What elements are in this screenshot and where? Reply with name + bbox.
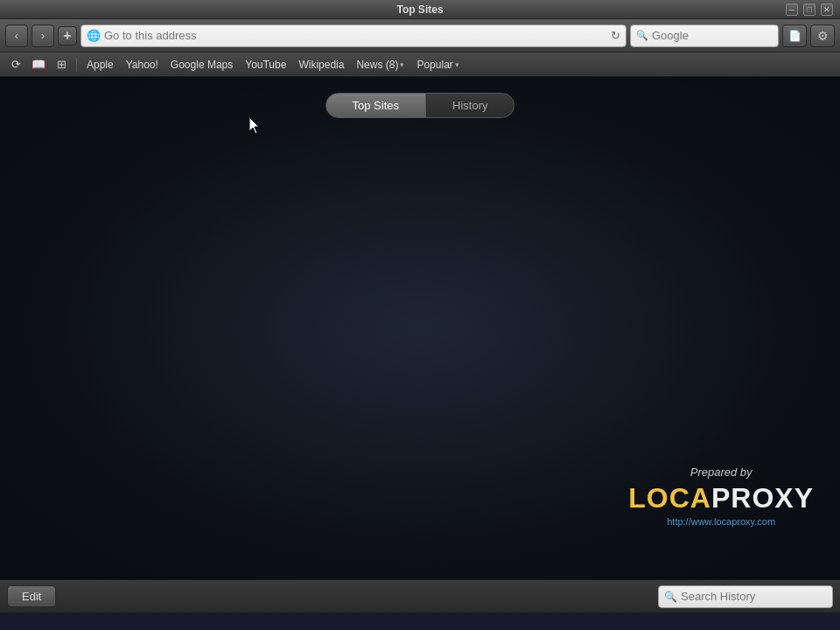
bookmark-wikipedia[interactable]: Wikipedia xyxy=(293,57,349,73)
search-icon: 🔍 xyxy=(636,30,648,41)
history-icon-button[interactable]: ⟳ xyxy=(5,55,26,74)
bookmark-separator xyxy=(76,58,77,72)
watermark-proxy: PROXY xyxy=(711,482,814,514)
tab-switcher: Top Sites History xyxy=(326,93,515,118)
popular-dropdown-arrow: ▾ xyxy=(455,60,459,69)
search-history-icon: 🔍 xyxy=(664,591,677,603)
bookmark-popular-label: Popular xyxy=(416,59,452,71)
top-sites-grid-button[interactable]: ⊞ xyxy=(51,55,72,74)
search-history-bar[interactable]: 🔍 xyxy=(658,585,833,608)
bookmark-news-label: News (8) xyxy=(356,59,398,71)
bookmark-popular[interactable]: Popular ▾ xyxy=(411,57,464,73)
search-input[interactable] xyxy=(652,29,799,42)
watermark-url: http://www.locaproxy.com xyxy=(628,516,814,527)
watermark-logo: LOCAPROXY xyxy=(628,482,814,514)
bookmark-youtube[interactable]: YouTube xyxy=(240,57,291,73)
bookmarks-bar: ⟳ 📖 ⊞ Apple Yahoo! Google Maps YouTube W… xyxy=(0,52,840,77)
window-controls: ─ □ ✕ xyxy=(786,4,833,16)
close-button[interactable]: ✕ xyxy=(821,4,833,16)
bookmark-apple[interactable]: Apple xyxy=(81,57,119,73)
back-button[interactable]: ‹ xyxy=(5,24,28,47)
address-bar[interactable]: 🌐 ↻ xyxy=(80,24,626,47)
settings-button[interactable]: ⚙ xyxy=(810,24,835,47)
bookmark-news[interactable]: News (8) ▾ xyxy=(351,57,410,73)
title-bar: Top Sites ─ □ ✕ xyxy=(0,0,840,19)
watermark-prepared-text: Prepared by xyxy=(628,466,814,479)
edit-button[interactable]: Edit xyxy=(7,585,56,607)
svg-marker-0 xyxy=(249,117,259,134)
watermark: Prepared by LOCAPROXY http://www.locapro… xyxy=(628,466,814,527)
globe-icon: 🌐 xyxy=(87,29,101,42)
maximize-button[interactable]: □ xyxy=(803,4,816,16)
bookmark-google-maps[interactable]: Google Maps xyxy=(165,57,238,73)
reading-list-button[interactable]: 📖 xyxy=(28,55,49,74)
bookmark-button[interactable]: 📄 xyxy=(782,24,807,47)
watermark-loca: LOCA xyxy=(628,482,711,514)
news-dropdown-arrow: ▾ xyxy=(400,60,404,69)
bottom-bar: Edit 🔍 xyxy=(0,579,840,612)
add-tab-button[interactable]: + xyxy=(58,26,77,46)
search-history-input[interactable] xyxy=(681,590,828,603)
mouse-cursor xyxy=(249,117,260,133)
address-input[interactable] xyxy=(104,29,607,42)
toolbar: ‹ › + 🌐 ↻ 🔍 📄 ⚙ xyxy=(0,19,840,52)
history-tab[interactable]: History xyxy=(426,94,514,117)
forward-button[interactable]: › xyxy=(32,24,54,47)
bookmark-yahoo[interactable]: Yahoo! xyxy=(121,57,164,73)
reload-button[interactable]: ↻ xyxy=(611,29,620,42)
search-bar[interactable]: 🔍 xyxy=(630,24,779,47)
top-sites-tab[interactable]: Top Sites xyxy=(326,94,425,117)
minimize-button[interactable]: ─ xyxy=(786,4,798,16)
title-bar-text: Top Sites xyxy=(7,4,833,16)
main-content: Top Sites History Prepared by LOCAPROXY … xyxy=(0,77,840,579)
